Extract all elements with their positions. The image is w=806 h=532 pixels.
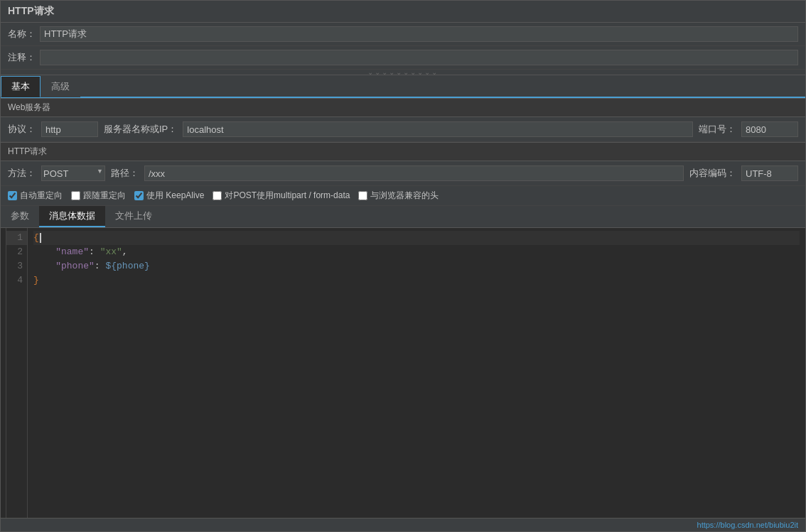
line-number-1: 1 [6, 231, 27, 245]
open-brace: { [33, 231, 39, 245]
auto-redirect-checkbox-item[interactable]: 自动重定向 [8, 190, 63, 202]
bottom-bar: https://blog.csdn.net/biubiu2it [1, 518, 805, 531]
encoding-label: 内容编码： [689, 167, 736, 180]
cursor [40, 233, 41, 243]
name-label: 名称： [8, 28, 40, 40]
follow-redirect-checkbox[interactable] [71, 191, 80, 200]
browser-headers-checkbox-item[interactable]: 与浏览器兼容的头 [358, 190, 439, 202]
method-select[interactable]: GET POST PUT DELETE PATCH HEAD OPTIONS [41, 165, 105, 181]
code-line-4: } [33, 273, 800, 288]
close-brace: } [33, 273, 39, 288]
keep-alive-label: 使用 KeepAlive [146, 190, 204, 202]
follow-redirect-checkbox-item[interactable]: 跟随重定向 [71, 190, 126, 202]
name-row: 名称： [1, 23, 805, 46]
bottom-url: https://blog.csdn.net/biubiu2it [697, 521, 798, 529]
multipart-checkbox[interactable] [213, 191, 222, 200]
browser-headers-label: 与浏览器兼容的头 [370, 190, 439, 202]
code-editor: 1 2 3 4 { "name": "xx", "phone": ${phone… [1, 228, 805, 518]
sub-tab-params[interactable]: 参数 [1, 206, 39, 227]
title-bar: HTTP请求 [1, 1, 805, 23]
path-label: 路径： [111, 167, 139, 180]
browser-headers-checkbox[interactable] [358, 191, 367, 200]
web-server-row: 协议： 服务器名称或IP： 端口号： [1, 117, 805, 142]
resize-handle[interactable]: ⌄⌄⌄⌄⌄⌄⌄⌄⌄⌄ [1, 70, 805, 75]
sub-tab-body[interactable]: 消息体数据 [39, 206, 105, 227]
comment-row: 注释： [1, 46, 805, 70]
auto-redirect-checkbox[interactable] [8, 191, 17, 200]
multipart-label: 对POST使用multipart / form-data [225, 190, 350, 202]
code-content[interactable]: { "name": "xx", "phone": ${phone} } [28, 228, 805, 518]
main-container: HTTP请求 名称： 注释： ⌄⌄⌄⌄⌄⌄⌄⌄⌄⌄ 基本 高级 Web服务器 协… [0, 0, 806, 532]
web-server-section: Web服务器 [1, 98, 805, 117]
comment-label: 注释： [8, 51, 40, 64]
line-number-2: 2 [6, 245, 27, 259]
tab-advanced[interactable]: 高级 [41, 76, 80, 97]
checkbox-row: 自动重定向 跟随重定向 使用 KeepAlive 对POST使用multipar… [1, 186, 805, 206]
method-select-wrapper: GET POST PUT DELETE PATCH HEAD OPTIONS [41, 165, 105, 181]
follow-redirect-label: 跟随重定向 [83, 190, 126, 202]
window-title: HTTP请求 [8, 5, 54, 16]
multipart-checkbox-item[interactable]: 对POST使用multipart / form-data [213, 190, 350, 202]
keep-alive-checkbox-item[interactable]: 使用 KeepAlive [134, 190, 204, 202]
keep-alive-checkbox[interactable] [134, 191, 144, 200]
line-number-3: 3 [6, 259, 27, 273]
sub-tab-files[interactable]: 文件上传 [105, 206, 162, 227]
method-label: 方法： [8, 167, 36, 180]
sub-tabs-bar: 参数 消息体数据 文件上传 [1, 206, 805, 228]
left-border [1, 228, 6, 518]
line-number-4: 4 [6, 273, 27, 288]
http-request-section: HTTP请求 [1, 142, 805, 161]
server-name-input[interactable] [183, 121, 693, 137]
server-label: 服务器名称或IP： [104, 123, 177, 136]
name-input[interactable] [40, 26, 798, 42]
tab-basic[interactable]: 基本 [1, 76, 41, 97]
protocol-input[interactable] [41, 121, 98, 137]
port-label: 端口号： [699, 123, 736, 136]
line-numbers: 1 2 3 4 [6, 228, 28, 518]
protocol-label: 协议： [8, 123, 36, 136]
tabs-bar: 基本 高级 [1, 75, 805, 98]
auto-redirect-label: 自动重定向 [20, 190, 63, 202]
http-request-row: 方法： GET POST PUT DELETE PATCH HEAD OPTIO… [1, 161, 805, 186]
code-line-3: "phone": ${phone} [33, 259, 800, 273]
path-input[interactable] [144, 165, 684, 181]
encoding-input[interactable] [741, 165, 798, 181]
code-line-1: { [33, 231, 800, 245]
port-input[interactable] [741, 121, 798, 137]
code-line-2: "name": "xx", [33, 245, 800, 259]
comment-input[interactable] [40, 50, 798, 65]
